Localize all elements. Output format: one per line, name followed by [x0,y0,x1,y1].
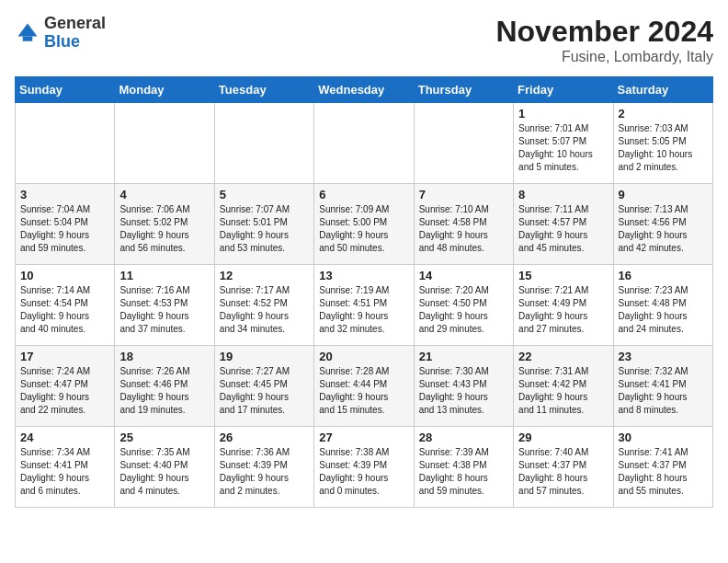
day-number: 10 [20,269,109,282]
logo-blue-text: Blue [44,32,80,51]
day-info: Sunrise: 7:39 AM Sunset: 4:38 PM Dayligh… [419,446,508,498]
day-info: Sunrise: 7:17 AM Sunset: 4:52 PM Dayligh… [220,284,309,336]
day-info: Sunrise: 7:40 AM Sunset: 4:37 PM Dayligh… [518,446,608,498]
calendar-cell: 6Sunrise: 7:09 AM Sunset: 5:00 PM Daylig… [314,184,414,265]
calendar-cell [16,103,115,184]
calendar-cell: 29Sunrise: 7:40 AM Sunset: 4:37 PM Dayli… [514,427,613,508]
day-number: 30 [619,431,708,444]
calendar-cell: 1Sunrise: 7:01 AM Sunset: 5:07 PM Daylig… [514,103,613,184]
calendar-cell: 13Sunrise: 7:19 AM Sunset: 4:51 PM Dayli… [314,265,414,346]
calendar-cell: 22Sunrise: 7:31 AM Sunset: 4:42 PM Dayli… [514,346,613,427]
calendar-cell: 21Sunrise: 7:30 AM Sunset: 4:43 PM Dayli… [414,346,513,427]
day-number: 3 [20,188,109,201]
day-info: Sunrise: 7:21 AM Sunset: 4:49 PM Dayligh… [518,284,608,336]
day-info: Sunrise: 7:41 AM Sunset: 4:37 PM Dayligh… [619,446,708,498]
calendar-cell: 28Sunrise: 7:39 AM Sunset: 4:38 PM Dayli… [414,427,513,508]
calendar-cell: 27Sunrise: 7:38 AM Sunset: 4:39 PM Dayli… [314,427,414,508]
day-number: 24 [20,431,109,444]
day-info: Sunrise: 7:32 AM Sunset: 4:41 PM Dayligh… [619,365,708,417]
calendar-cell [214,103,313,184]
calendar-cell: 26Sunrise: 7:36 AM Sunset: 4:39 PM Dayli… [214,427,313,508]
day-info: Sunrise: 7:06 AM Sunset: 5:02 PM Dayligh… [119,203,209,255]
day-info: Sunrise: 7:13 AM Sunset: 4:56 PM Dayligh… [619,203,708,255]
day-number: 7 [419,188,508,201]
calendar-cell [115,103,214,184]
day-number: 20 [319,350,408,363]
day-info: Sunrise: 7:36 AM Sunset: 4:39 PM Dayligh… [220,446,309,498]
logo-general-text: General [44,14,106,32]
day-info: Sunrise: 7:30 AM Sunset: 4:43 PM Dayligh… [419,365,508,417]
calendar-cell: 20Sunrise: 7:28 AM Sunset: 4:44 PM Dayli… [314,346,414,427]
day-info: Sunrise: 7:20 AM Sunset: 4:50 PM Dayligh… [419,284,508,336]
day-info: Sunrise: 7:14 AM Sunset: 4:54 PM Dayligh… [20,284,109,336]
day-info: Sunrise: 7:11 AM Sunset: 4:57 PM Dayligh… [518,203,608,255]
day-number: 16 [619,269,708,282]
calendar-cell: 16Sunrise: 7:23 AM Sunset: 4:48 PM Dayli… [613,265,712,346]
weekday-header: Tuesday [214,77,313,103]
day-info: Sunrise: 7:35 AM Sunset: 4:40 PM Dayligh… [119,446,209,498]
svg-marker-0 [18,23,38,36]
calendar-week-row: 17Sunrise: 7:24 AM Sunset: 4:47 PM Dayli… [16,346,713,427]
day-info: Sunrise: 7:01 AM Sunset: 5:07 PM Dayligh… [518,122,608,174]
day-number: 2 [619,107,708,121]
weekday-header-row: SundayMondayTuesdayWednesdayThursdayFrid… [16,77,713,103]
day-info: Sunrise: 7:28 AM Sunset: 4:44 PM Dayligh… [319,365,408,417]
calendar-cell: 30Sunrise: 7:41 AM Sunset: 4:37 PM Dayli… [613,427,712,508]
day-info: Sunrise: 7:23 AM Sunset: 4:48 PM Dayligh… [619,284,708,336]
day-info: Sunrise: 7:31 AM Sunset: 4:42 PM Dayligh… [518,365,608,417]
day-number: 17 [20,350,109,363]
day-info: Sunrise: 7:34 AM Sunset: 4:41 PM Dayligh… [20,446,109,498]
day-number: 13 [319,269,408,282]
location-subtitle: Fusine, Lombardy, Italy [495,49,713,65]
page-header: General Blue November 2024 Fusine, Lomba… [15,15,713,65]
logo-icon [15,20,40,46]
calendar-cell: 19Sunrise: 7:27 AM Sunset: 4:45 PM Dayli… [214,346,313,427]
day-number: 19 [220,350,309,363]
calendar-cell: 9Sunrise: 7:13 AM Sunset: 4:56 PM Daylig… [613,184,712,265]
calendar-week-row: 10Sunrise: 7:14 AM Sunset: 4:54 PM Dayli… [16,265,713,346]
day-number: 26 [220,431,309,444]
day-number: 1 [518,107,608,121]
weekday-header: Monday [115,77,214,103]
day-info: Sunrise: 7:07 AM Sunset: 5:01 PM Dayligh… [220,203,309,255]
calendar-week-row: 3Sunrise: 7:04 AM Sunset: 5:04 PM Daylig… [16,184,713,265]
day-number: 27 [319,431,408,444]
weekday-header: Wednesday [314,77,414,103]
day-number: 15 [518,269,608,282]
calendar-cell: 2Sunrise: 7:03 AM Sunset: 5:05 PM Daylig… [613,103,712,184]
calendar-table: SundayMondayTuesdayWednesdayThursdayFrid… [15,76,713,508]
calendar-cell: 10Sunrise: 7:14 AM Sunset: 4:54 PM Dayli… [16,265,115,346]
day-number: 29 [518,431,608,444]
calendar-cell: 15Sunrise: 7:21 AM Sunset: 4:49 PM Dayli… [514,265,613,346]
calendar-cell: 5Sunrise: 7:07 AM Sunset: 5:01 PM Daylig… [214,184,313,265]
day-number: 8 [518,188,608,201]
day-info: Sunrise: 7:16 AM Sunset: 4:53 PM Dayligh… [119,284,209,336]
day-number: 22 [518,350,608,363]
svg-rect-1 [23,36,33,40]
day-info: Sunrise: 7:10 AM Sunset: 4:58 PM Dayligh… [419,203,508,255]
day-info: Sunrise: 7:03 AM Sunset: 5:05 PM Dayligh… [619,122,708,174]
calendar-cell: 24Sunrise: 7:34 AM Sunset: 4:41 PM Dayli… [16,427,115,508]
month-title: November 2024 [495,15,713,49]
day-number: 9 [619,188,708,201]
day-info: Sunrise: 7:38 AM Sunset: 4:39 PM Dayligh… [319,446,408,498]
day-info: Sunrise: 7:24 AM Sunset: 4:47 PM Dayligh… [20,365,109,417]
calendar-cell: 23Sunrise: 7:32 AM Sunset: 4:41 PM Dayli… [613,346,712,427]
calendar-cell [414,103,513,184]
calendar-cell: 3Sunrise: 7:04 AM Sunset: 5:04 PM Daylig… [16,184,115,265]
day-info: Sunrise: 7:09 AM Sunset: 5:00 PM Dayligh… [319,203,408,255]
day-number: 4 [119,188,209,201]
day-info: Sunrise: 7:19 AM Sunset: 4:51 PM Dayligh… [319,284,408,336]
day-number: 12 [220,269,309,282]
calendar-cell: 25Sunrise: 7:35 AM Sunset: 4:40 PM Dayli… [115,427,214,508]
day-number: 14 [419,269,508,282]
calendar-cell: 14Sunrise: 7:20 AM Sunset: 4:50 PM Dayli… [414,265,513,346]
day-number: 18 [119,350,209,363]
calendar-week-row: 1Sunrise: 7:01 AM Sunset: 5:07 PM Daylig… [16,103,713,184]
day-number: 25 [119,431,209,444]
day-info: Sunrise: 7:27 AM Sunset: 4:45 PM Dayligh… [220,365,309,417]
calendar-cell: 12Sunrise: 7:17 AM Sunset: 4:52 PM Dayli… [214,265,313,346]
day-number: 21 [419,350,508,363]
day-info: Sunrise: 7:04 AM Sunset: 5:04 PM Dayligh… [20,203,109,255]
calendar-cell: 8Sunrise: 7:11 AM Sunset: 4:57 PM Daylig… [514,184,613,265]
